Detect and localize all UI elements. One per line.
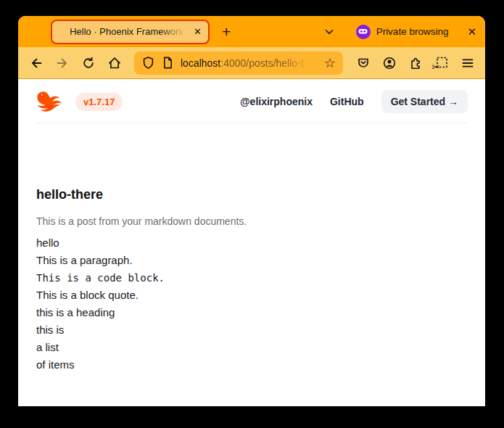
menu-hamburger-icon[interactable] xyxy=(457,52,478,73)
url-host: localhost xyxy=(181,57,220,69)
account-icon[interactable] xyxy=(379,52,400,73)
post-line: this is xyxy=(36,321,467,339)
scissors-glyph: ✂ xyxy=(432,62,440,72)
navigation-toolbar: localhost:4000/posts/hello-t ☆ ✂ xyxy=(18,47,485,79)
bookmark-star-icon[interactable]: ☆ xyxy=(324,57,336,70)
private-mask-icon xyxy=(356,25,371,39)
tracking-shield-icon[interactable] xyxy=(141,56,155,70)
post-title: hello-there xyxy=(36,187,467,202)
browser-window: Hello · Phoenix Framework ✕ + Private br… xyxy=(18,16,485,406)
post-line: This is a paragraph. xyxy=(36,252,467,269)
back-icon[interactable] xyxy=(25,52,46,73)
phoenix-logo-icon[interactable] xyxy=(36,91,66,112)
reload-icon[interactable] xyxy=(78,52,99,73)
version-badge: v1.7.17 xyxy=(75,93,123,111)
url-bar[interactable]: localhost:4000/posts/hello-t ☆ xyxy=(134,52,343,75)
forward-icon xyxy=(51,52,73,73)
link-github[interactable]: GitHub xyxy=(330,96,364,107)
post-article: hello-there This is a post from your mar… xyxy=(18,123,485,374)
get-started-button[interactable]: Get Started → xyxy=(381,90,468,113)
post-line: hello xyxy=(36,234,467,252)
post-line-code: This is a code block. xyxy=(36,269,467,287)
list-tabs-chevron-down-icon[interactable] xyxy=(320,22,339,41)
url-text: localhost:4000/posts/hello-t xyxy=(181,57,318,69)
post-line: This is a block quote. xyxy=(36,287,467,304)
page-info-icon[interactable] xyxy=(162,56,174,70)
post-line: a list xyxy=(36,339,467,356)
url-path: :4000/posts/hello-t xyxy=(220,57,303,69)
post-line: this is a heading xyxy=(36,304,467,321)
window-close-icon[interactable]: ✕ xyxy=(467,26,476,37)
new-tab-button[interactable]: + xyxy=(222,24,231,39)
tab-bar: Hello · Phoenix Framework ✕ + Private br… xyxy=(18,16,485,47)
header-nav-links: @elixirphoenix GitHub Get Started → xyxy=(240,90,468,113)
active-tab[interactable]: Hello · Phoenix Framework ✕ xyxy=(51,20,210,44)
screenshot-icon[interactable]: ✂ xyxy=(431,52,452,73)
tab-title: Hello · Phoenix Framework xyxy=(62,26,191,37)
pocket-icon[interactable] xyxy=(352,52,373,73)
private-browsing-badge: Private browsing xyxy=(356,25,449,39)
extensions-puzzle-icon[interactable] xyxy=(405,52,426,73)
page-content: v1.7.17 @elixirphoenix GitHub Get Starte… xyxy=(18,79,485,406)
post-line: of items xyxy=(36,356,467,374)
home-icon[interactable] xyxy=(104,52,125,73)
link-elixirphoenix[interactable]: @elixirphoenix xyxy=(240,96,313,107)
tab-close-icon[interactable]: ✕ xyxy=(194,27,202,36)
private-browsing-label: Private browsing xyxy=(376,26,449,37)
desktop: { "browser": { "tab_title": "Hello · Pho… xyxy=(0,0,504,428)
site-header: v1.7.17 @elixirphoenix GitHub Get Starte… xyxy=(18,79,485,120)
post-subtitle: This is a post from your markdown docume… xyxy=(36,213,467,229)
